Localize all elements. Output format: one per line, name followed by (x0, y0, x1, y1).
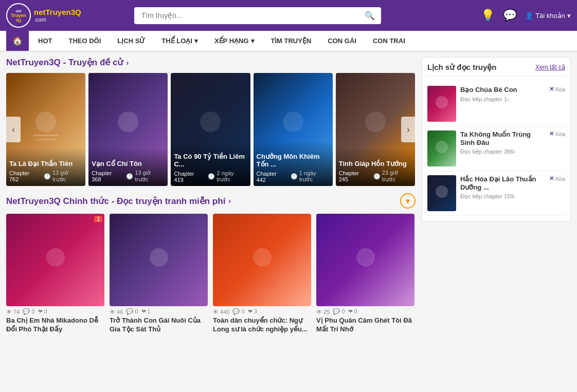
search-input[interactable] (134, 7, 358, 24)
featured-comic-1-overlay: Ta Là Đại Thần Tiên Chapter 762 🕐 13 giờ… (6, 147, 85, 186)
featured-comic-5-time: 🕐 23 giờ trước (373, 170, 412, 183)
free-comic-1-title: Ba Chị Em Nhà Mikadono Dễ Đổi Phó Thật Đ… (6, 316, 104, 334)
history-info-2: Ta Không Muốn Trùng Sinh Đâu Đọc tiếp ch… (460, 130, 545, 155)
free-comic-4-thumb (316, 214, 414, 306)
nav-item-con-gai[interactable]: CON GÁI (320, 31, 364, 51)
svg-point-10 (283, 111, 303, 132)
header: net Truyen 3Q netTruyen3Q .com 🔍 💡 💬 👤 T… (0, 0, 577, 31)
free-section-title[interactable]: NetTruyen3Q Chính thức - Đọc truyện tran… (6, 196, 231, 207)
free-comic-1[interactable]: 1 👁 74 💬 0 ❤ 0 Ba Chị Em Nhà Mikadono Dễ… (6, 214, 104, 334)
carousel-next-button[interactable]: › (401, 117, 416, 142)
view-all-button[interactable]: Xem tất cả (535, 64, 565, 71)
free-comic-3-stats: 👁 440 💬 0 ❤ 3 (213, 308, 311, 315)
svg-text:3Q: 3Q (16, 18, 22, 23)
featured-comic-1-time: 🕐 13 giờ trước (44, 170, 82, 183)
history-delete-3[interactable]: ✕Xóa (549, 175, 565, 182)
nav-item-con-trai[interactable]: CON TRAI (366, 31, 412, 51)
free-comic-4-stats: 👁 25 💬 0 ❤ 0 (316, 308, 414, 315)
free-comic-4[interactable]: 👁 25 💬 0 ❤ 0 Vị Phu Quân Căm Ghét Tôi Đã… (316, 214, 414, 334)
featured-title-arrow: › (127, 59, 129, 67)
logo-domain: .com (34, 16, 81, 23)
svg-point-16 (436, 96, 448, 108)
nav-home-button[interactable]: 🏠 (6, 31, 29, 51)
logo-icon: net Truyen 3Q (6, 3, 31, 28)
free-comic-2-stats: 👁 46 💬 0 ❤ 1 (110, 308, 208, 315)
featured-comic-3-chapter: Chapter 419 🕐 2 ngày trước (174, 170, 247, 183)
featured-comic-2[interactable]: Vạn Cổ Chí Tôn Chapter 368 🕐 13 giờ trướ… (88, 73, 168, 186)
featured-comic-3-title: Ta Có 90 Tỷ Tiền Liêm C... (174, 153, 247, 169)
featured-comic-4-chapter: Chapter 442 🕐 1 ngày trước (257, 170, 330, 183)
nav-item-hot[interactable]: HOT (31, 31, 59, 51)
notification-icon[interactable]: 💡 (481, 9, 495, 22)
svg-point-15 (356, 248, 375, 267)
history-delete-1[interactable]: ✕Xóa (549, 86, 565, 92)
carousel-prev-button[interactable]: ‹ (6, 117, 21, 142)
history-delete-2[interactable]: ✕Xóa (549, 130, 565, 137)
history-title: Lịch sử đọc truyện (427, 63, 497, 72)
svg-point-14 (253, 248, 272, 267)
nav-bar: 🏠 HOT THEO DÕI LỊCH SỬ THỂ LOẠI ▾ XẾP HẠ… (0, 31, 577, 52)
header-icons: 💡 💬 👤 Tài khoản ▾ (481, 9, 571, 22)
history-box: Lịch sử đọc truyện Xem tất cả Bạo Chúa B… (422, 57, 571, 221)
account-button[interactable]: 👤 Tài khoản ▾ (525, 12, 571, 20)
history-thumb-3 (427, 175, 456, 211)
logo-area[interactable]: net Truyen 3Q netTruyen3Q .com (6, 3, 81, 28)
featured-comic-5-title: Tinh Giáp Hồn Tướng (339, 160, 412, 168)
history-thumb-2 (427, 130, 456, 166)
free-comic-3-thumb (213, 214, 311, 306)
history-item-3[interactable]: Hắc Hóa Đại Lão Thuần Dưỡng ... Đọc tiếp… (427, 171, 565, 216)
free-comic-1-stats: 👁 74 💬 0 ❤ 0 (6, 308, 104, 315)
nav-item-xep-hang[interactable]: XẾP HẠNG ▾ (207, 31, 262, 51)
featured-comic-3-time: 🕐 2 ngày trước (208, 170, 247, 183)
featured-comic-2-title: Vạn Cổ Chí Tôn (92, 160, 165, 168)
main-content: NetTruyen3Q - Truyện đề cử › ‹ (0, 52, 577, 339)
nav-item-theo-doi[interactable]: THEO DÕI (61, 31, 108, 51)
svg-point-17 (436, 141, 448, 153)
free-comic-4-title: Vị Phu Quân Căm Ghét Tôi Đã Mất Trí Nhớ (316, 316, 414, 334)
history-item-2[interactable]: Ta Không Muốn Trùng Sinh Đâu Đọc tiếp ch… (427, 126, 565, 171)
svg-point-12 (46, 248, 65, 267)
logo-text: netTruyen3Q (34, 8, 81, 17)
history-comic-title-2: Ta Không Muốn Trùng Sinh Đâu (460, 130, 545, 146)
featured-comic-4[interactable]: Chưởng Môn Khiêm Tốn ... Chapter 442 🕐 1… (254, 73, 333, 186)
nav-item-tim-truyen[interactable]: TÌM TRUYỆN (264, 31, 319, 51)
free-comic-1-badge: 1 (94, 216, 102, 222)
history-comic-title-1: Bạo Chúa Bé Con (460, 86, 545, 94)
featured-comic-3[interactable]: Ta Có 90 Tỷ Tiền Liêm C... Chapter 419 🕐… (171, 73, 250, 186)
featured-comic-5-overlay: Tinh Giáp Hồn Tướng Chapter 245 🕐 23 giờ… (336, 147, 415, 186)
filter-icon[interactable]: ▼ (400, 193, 416, 209)
featured-comic-4-title: Chưởng Môn Khiêm Tốn ... (257, 153, 330, 169)
free-comic-2-title: Trở Thành Con Gái Nuôi Của Gia Tộc Sát T… (110, 316, 208, 334)
svg-point-9 (200, 111, 221, 132)
featured-comic-2-chapter: Chapter 368 🕐 13 giờ trước (92, 170, 165, 183)
free-comic-3[interactable]: 👁 440 💬 0 ❤ 3 Toàn dân chuyển chức: Ngự … (213, 214, 311, 334)
svg-text:net: net (16, 9, 22, 13)
svg-point-11 (365, 111, 386, 132)
featured-comic-4-time: 🕐 1 ngày trước (291, 170, 330, 183)
svg-rect-6 (33, 135, 59, 136)
history-chapter-3: Đọc tiếp chapter 159› (460, 193, 545, 200)
right-column: Lịch sử đọc truyện Xem tất cả Bạo Chúa B… (422, 57, 571, 334)
search-button[interactable]: 🔍 (358, 7, 381, 24)
svg-rect-7 (35, 139, 56, 140)
free-comic-2[interactable]: 👁 46 💬 0 ❤ 1 Trở Thành Con Gái Nuôi Của … (110, 214, 208, 334)
free-comic-1-thumb: 1 (6, 214, 104, 306)
left-column: NetTruyen3Q - Truyện đề cử › ‹ (6, 57, 416, 334)
message-icon[interactable]: 💬 (503, 9, 517, 22)
free-comic-grid: 1 👁 74 💬 0 ❤ 0 Ba Chị Em Nhà Mikadono Dễ… (6, 214, 416, 334)
history-chapter-1: Đọc tiếp chapter 1› (460, 96, 545, 103)
history-chapter-2: Đọc tiếp chapter 386› (460, 148, 545, 155)
featured-comic-1-chapter: Chapter 762 🕐 13 giờ trước (9, 170, 82, 183)
history-info-1: Bạo Chúa Bé Con Đọc tiếp chapter 1› (460, 86, 545, 103)
featured-carousel: ‹ Ta Là Đại Thần Tiên Cha (6, 73, 416, 186)
nav-item-the-loai[interactable]: THỂ LOẠI ▾ (154, 31, 205, 51)
featured-section-title[interactable]: NetTruyen3Q - Truyện đề cử › (6, 57, 416, 68)
featured-comic-4-overlay: Chưởng Môn Khiêm Tốn ... Chapter 442 🕐 1… (254, 140, 333, 186)
featured-comic-2-time: 🕐 13 giờ trước (126, 170, 165, 183)
nav-item-lich-su[interactable]: LỊCH SỬ (110, 31, 152, 51)
history-header: Lịch sử đọc truyện Xem tất cả (427, 63, 565, 77)
history-item-1[interactable]: Bạo Chúa Bé Con Đọc tiếp chapter 1› ✕Xóa (427, 82, 565, 126)
history-thumb-1 (427, 86, 456, 122)
search-bar: 🔍 (134, 7, 381, 24)
free-comic-2-thumb (110, 214, 208, 306)
